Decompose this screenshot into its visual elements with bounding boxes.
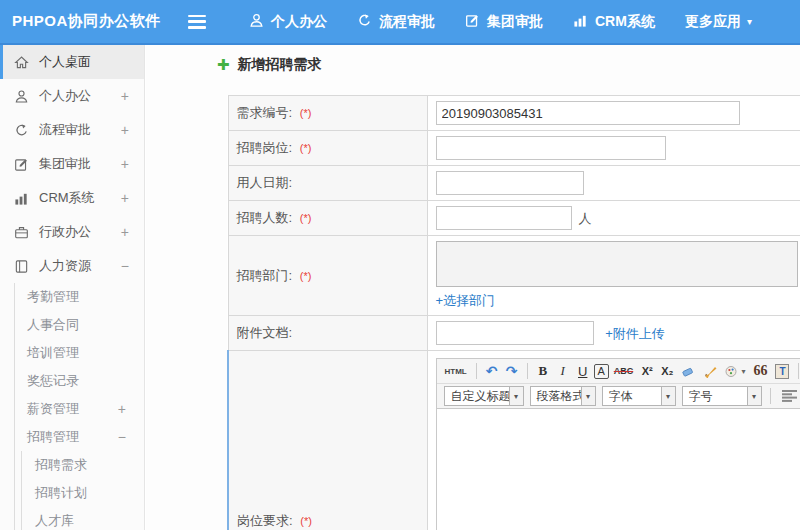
form-row-hire-date: 用人日期: — [228, 166, 800, 201]
field-label: 需求编号: (*) — [228, 96, 427, 131]
collapse-minus-icon[interactable]: − — [118, 429, 126, 445]
expand-plus-icon[interactable]: + — [121, 122, 129, 138]
nav-more-apps[interactable]: 更多应用 ▾ — [670, 0, 767, 43]
required-mark: (*) — [300, 270, 312, 282]
nav-crm-system[interactable]: CRM系统 — [558, 0, 670, 43]
form-row-department: 招聘部门: (*) +选择部门 — [228, 236, 800, 316]
expand-plus-icon[interactable]: + — [121, 190, 129, 206]
field-label: 招聘人数: (*) — [228, 201, 427, 236]
position-input[interactable] — [436, 136, 666, 160]
sidebar-item-salary[interactable]: 薪资管理 + — [15, 395, 144, 423]
app-window: PHPOA协同办公软件 个人办公 流程审批 集团审批 — [0, 0, 800, 530]
headcount-input[interactable] — [436, 206, 572, 230]
eraser-icon[interactable] — [678, 361, 698, 381]
sidebar-item-attendance[interactable]: 考勤管理 — [15, 283, 144, 311]
nav-workflow-approval[interactable]: 流程审批 — [342, 0, 450, 43]
form-row-headcount: 招聘人数: (*) 人 — [228, 201, 800, 236]
align-left-icon[interactable] — [779, 386, 800, 406]
redo-button[interactable]: ↷ — [503, 361, 521, 381]
sidebar-label: 招聘管理 — [27, 428, 79, 446]
unit-suffix: 人 — [579, 211, 592, 226]
sidebar-item-crm[interactable]: CRM系统 + — [0, 181, 144, 215]
field-label: 招聘部门: (*) — [228, 236, 427, 316]
sidebar-item-personal-office[interactable]: 个人办公 + — [0, 79, 144, 113]
hamburger-menu-icon[interactable] — [188, 15, 206, 29]
sidebar-item-workflow-approval[interactable]: 流程审批 + — [0, 113, 144, 147]
sidebar-item-recruit-plan[interactable]: 招聘计划 — [22, 479, 144, 507]
user-icon — [249, 13, 271, 31]
sidebar-item-talent-pool[interactable]: 人才库 — [22, 507, 144, 530]
sidebar-item-human-resources[interactable]: 人力资源 − — [0, 249, 144, 283]
nav-personal-office[interactable]: 个人办公 — [234, 0, 342, 43]
bar-chart-icon — [14, 190, 30, 206]
font-family-select[interactable]: 字体 ▾ — [602, 386, 676, 406]
department-textarea[interactable] — [436, 241, 798, 287]
form-row-attachment: 附件文档: +附件上传 — [228, 316, 800, 351]
sidebar-label: 薪资管理 — [27, 400, 79, 418]
sidebar-label: 招聘计划 — [35, 484, 87, 502]
editor-toolbar-row1: HTML ↶ ↷ B I U A ABC X² X₂ — [437, 359, 800, 384]
undo-button[interactable]: ↶ — [483, 361, 501, 381]
user-icon — [14, 88, 30, 104]
expand-plus-icon[interactable]: + — [118, 401, 126, 417]
sidebar-label: 培训管理 — [27, 344, 79, 362]
sidebar-label: 行政办公 — [39, 223, 91, 241]
sidebar-label: 人才库 — [35, 512, 74, 530]
sidebar-item-recruit-mgmt[interactable]: 招聘管理 − — [15, 423, 144, 451]
bold-button[interactable]: B — [534, 361, 552, 381]
caret-down-icon: ▾ — [747, 387, 761, 405]
hire-date-input[interactable] — [436, 171, 584, 195]
sidebar-label: 流程审批 — [39, 121, 91, 139]
superscript-button[interactable]: X² — [638, 361, 656, 381]
blockquote-button[interactable]: 66 — [750, 361, 770, 381]
nav-group-approval[interactable]: 集团审批 — [450, 0, 558, 43]
top-header: PHPOA协同办公软件 个人办公 流程审批 集团审批 — [0, 0, 800, 45]
nav-label: CRM系统 — [595, 13, 655, 31]
required-mark: (*) — [300, 107, 312, 119]
expand-plus-icon[interactable]: + — [121, 88, 129, 104]
caret-down-icon: ▾ — [509, 387, 523, 405]
hr-submenu: 考勤管理 人事合同 培训管理 奖惩记录 薪资管理 + 招聘管理 − 招聘需求 — [14, 283, 144, 530]
recruit-submenu: 招聘需求 招聘计划 人才库 — [21, 451, 144, 530]
strikethrough-button[interactable]: ABC — [611, 361, 637, 381]
caret-down-icon: ▾ — [661, 387, 675, 405]
select-department-link[interactable]: +选择部门 — [436, 292, 800, 310]
sidebar-item-training[interactable]: 培训管理 — [15, 339, 144, 367]
demand-no-input[interactable] — [436, 101, 740, 125]
app-logo-title: PHPOA协同办公软件 — [0, 12, 188, 31]
attachment-input[interactable] — [436, 321, 594, 345]
paragraph-format-select[interactable]: 段落格式 ▾ — [530, 386, 596, 406]
color-palette-icon[interactable]: ▾ — [722, 361, 748, 381]
sidebar-item-administration[interactable]: 行政办公 + — [0, 215, 144, 249]
paste-as-text-icon[interactable]: T — [772, 361, 792, 381]
briefcase-icon — [14, 224, 30, 240]
underline-button[interactable]: U — [574, 361, 592, 381]
italic-button[interactable]: I — [554, 361, 572, 381]
font-style-button[interactable]: A — [594, 364, 609, 379]
nav-label: 流程审批 — [379, 13, 435, 31]
upload-attachment-link[interactable]: +附件上传 — [605, 326, 665, 341]
sidebar-item-personal-desktop[interactable]: 个人桌面 — [0, 45, 144, 79]
sidebar-label: 个人办公 — [39, 87, 91, 105]
top-nav: 个人办公 流程审批 集团审批 CRM系统 更多应用 — [234, 0, 767, 43]
collapse-minus-icon[interactable]: − — [121, 258, 129, 274]
sidebar-item-recruit-demand[interactable]: 招聘需求 — [22, 451, 144, 479]
main-content: ✚ 新增招聘需求 需求编号: (*) 招聘岗位: (*) — [146, 45, 800, 530]
required-mark: (*) — [300, 212, 312, 224]
sidebar-item-hr-contract[interactable]: 人事合同 — [15, 311, 144, 339]
format-brush-icon[interactable] — [700, 361, 720, 381]
editor-content-area[interactable] — [437, 409, 800, 530]
sidebar-item-reward-punish[interactable]: 奖惩记录 — [15, 367, 144, 395]
custom-title-select[interactable]: 自定义标题 ▾ — [444, 386, 524, 406]
subscript-button[interactable]: X₂ — [658, 361, 676, 381]
source-code-button[interactable]: HTML — [442, 361, 470, 381]
field-label: 岗位要求: (*) — [228, 351, 427, 530]
edit-square-icon — [14, 156, 30, 172]
expand-plus-icon[interactable]: + — [121, 156, 129, 172]
nav-label: 集团审批 — [487, 13, 543, 31]
required-mark: (*) — [300, 515, 312, 527]
nav-label: 更多应用 — [685, 13, 741, 31]
sidebar-item-group-approval[interactable]: 集团审批 + — [0, 147, 144, 181]
expand-plus-icon[interactable]: + — [121, 224, 129, 240]
font-size-select[interactable]: 字号 ▾ — [682, 386, 762, 406]
